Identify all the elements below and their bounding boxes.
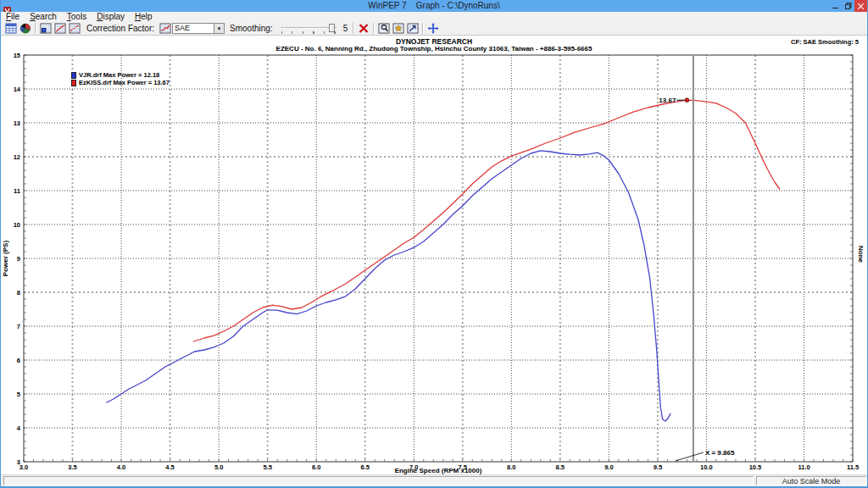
cursor-value-label: X = 9.865 [705, 449, 735, 457]
series-vjrdrf [107, 151, 670, 421]
legend-label-ezkiss: EzKISS.drf Max Power = 13.67 [79, 79, 170, 86]
svg-text:9.0: 9.0 [604, 463, 613, 471]
svg-text:14: 14 [14, 86, 21, 93]
series-ezkissdrf [193, 100, 780, 341]
legend: VJR.drf Max Power = 12.18 EzKISS.drf Max… [71, 71, 170, 86]
peak-value-label: 13.67 [659, 97, 676, 104]
legend-label-vjr: VJR.drf Max Power = 12.18 [79, 71, 159, 79]
winpep-window: WinPEP 7 Graph - C:\DynoRuns\ FileSearch… [0, 0, 868, 488]
svg-text:9.5: 9.5 [654, 463, 662, 471]
svg-text:8: 8 [17, 289, 20, 297]
svg-text:8.5: 8.5 [556, 463, 565, 471]
svg-text:6.5: 6.5 [360, 463, 369, 471]
svg-text:4.5: 4.5 [165, 463, 174, 471]
svg-text:7.5: 7.5 [459, 463, 467, 471]
svg-text:11: 11 [14, 187, 20, 195]
status-pane-left [3, 476, 754, 485]
svg-text:8.0: 8.0 [507, 463, 515, 471]
y-tick-labels: 3456789101112131415 [14, 52, 21, 466]
status-pane-mode: Auto Scale Mode [756, 476, 866, 485]
svg-text:3.0: 3.0 [19, 463, 28, 471]
legend-swatch-vjr [71, 72, 76, 79]
svg-text:10.0: 10.0 [700, 463, 713, 471]
svg-text:7: 7 [17, 323, 20, 330]
svg-text:6.0: 6.0 [312, 463, 320, 471]
svg-text:10.5: 10.5 [749, 463, 762, 471]
svg-text:11.5: 11.5 [847, 463, 859, 471]
svg-text:4.0: 4.0 [117, 463, 125, 471]
legend-row-vjr: VJR.drf Max Power = 12.18 [71, 71, 170, 79]
svg-text:4: 4 [17, 424, 21, 432]
svg-text:6: 6 [17, 357, 20, 364]
svg-text:5: 5 [17, 391, 20, 398]
svg-text:12: 12 [14, 153, 20, 161]
svg-text:3.5: 3.5 [68, 463, 76, 471]
svg-text:5.0: 5.0 [214, 463, 223, 471]
svg-text:13: 13 [14, 119, 20, 127]
gridlines [24, 55, 853, 462]
svg-text:5.5: 5.5 [263, 463, 271, 471]
svg-text:15: 15 [14, 52, 20, 59]
legend-swatch-ezkiss [71, 80, 76, 86]
svg-text:7.0: 7.0 [409, 463, 418, 471]
legend-row-ezkiss: EzKISS.drf Max Power = 13.67 [71, 79, 170, 86]
cursor-readout: X = 9.865 [676, 449, 735, 461]
status-bar: Auto Scale Mode [1, 474, 868, 486]
svg-text:3: 3 [17, 458, 20, 466]
svg-text:11.0: 11.0 [798, 463, 810, 471]
svg-text:10: 10 [14, 221, 20, 229]
svg-text:9: 9 [17, 255, 20, 263]
x-tick-labels: 3.03.54.04.55.05.56.06.57.07.58.08.59.09… [19, 463, 859, 471]
